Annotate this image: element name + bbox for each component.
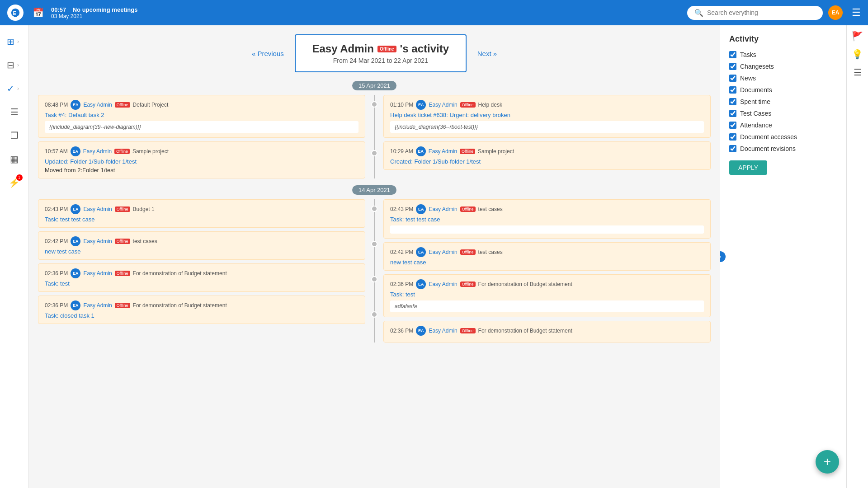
filter-item-doc-revisions[interactable]: Document revisions — [729, 145, 837, 152]
sidebar-item-list[interactable]: ☰ — [4, 101, 25, 123]
timeline-dot-1-2 — [371, 276, 377, 282]
lightbulb-icon[interactable]: 💡 — [852, 49, 863, 60]
activity-header: « Previous Easy Admin Offline 's activit… — [38, 34, 711, 72]
activity-date-range: From 24 Mar 2021 to 22 Apr 2021 — [310, 57, 451, 64]
timeline-dot-1-1 — [371, 241, 377, 247]
avatar-0-0: EA — [71, 100, 80, 110]
timeline-right-1: 02:43 PM EA Easy Admin Offline test case… — [383, 199, 711, 343]
sidebar-item-grid[interactable]: ▦ — [4, 148, 25, 170]
left-sidebar: ⊞ › ⊟ › ✓ › ☰ ❐ ▦ ⚡ 1 — [0, 25, 29, 488]
sidebar-item-gantt[interactable]: ⊟ › — [4, 54, 25, 76]
card-body-0-0: {{include_diagram(39--new-diagram)}} — [45, 121, 359, 133]
filter-checkbox-tasks[interactable] — [729, 51, 736, 58]
flag-icon[interactable]: 🚩 — [852, 31, 863, 42]
fab-button[interactable]: + — [816, 450, 839, 474]
dashboard-icon: ⊞ — [7, 36, 14, 47]
svg-text:E: E — [13, 10, 16, 16]
filter-item-documents[interactable]: Documents — [729, 86, 837, 94]
filter-checkbox-documents[interactable] — [729, 86, 736, 94]
filter-item-tasks[interactable]: Tasks — [729, 51, 837, 58]
prev-button[interactable]: « Previous — [252, 50, 284, 57]
timeline-dot-0-0 — [371, 101, 377, 108]
filter-item-changesets[interactable]: Changesets — [729, 63, 837, 70]
card-link-0-1[interactable]: Updated: Folder 1/Sub-folder 1/test — [45, 158, 359, 165]
timeline-dot-1-0 — [371, 206, 377, 212]
filter-checkbox-spent-time[interactable] — [729, 98, 736, 105]
card-link-1-0[interactable]: Task: test test case — [45, 216, 359, 223]
timeline-left-1: 02:43 PM EA Easy Admin Offline Budget 1 … — [38, 199, 365, 343]
filter-item-spent-time[interactable]: Spent time — [729, 98, 837, 105]
filter-item-test-cases[interactable]: Test Cases — [729, 110, 837, 117]
sidebar-expand-dashboard[interactable]: › — [14, 31, 22, 52]
avatar-1-1: EA — [71, 236, 80, 246]
topbar: E 📅 00:57 No upcoming meetings 03 May 20… — [0, 0, 868, 25]
user-avatar[interactable]: EA — [828, 5, 843, 20]
sidebar-item-flash[interactable]: ⚡ 1 — [4, 172, 25, 193]
filter-expand-toggle[interactable]: › — [720, 251, 726, 262]
sidebar-expand-gantt[interactable]: › — [14, 54, 22, 76]
right-panel: 🚩 💡 ☰ — [846, 25, 868, 488]
sidebar-expand-tasks[interactable]: › — [14, 78, 22, 99]
activity-card-left-1-3: 02:36 PM EA Easy Admin Offline For demon… — [38, 296, 365, 324]
date-separator-0: 15 Apr 2021 — [38, 81, 711, 89]
card-link-1-1[interactable]: new test case — [45, 248, 359, 255]
tasks-icon: ✓ — [7, 83, 14, 94]
search-input[interactable] — [707, 9, 816, 16]
menu-button[interactable]: ☰ — [852, 7, 861, 19]
card-link-1-3[interactable]: Task: closed task 1 — [45, 312, 359, 319]
filter-item-attendance[interactable]: Attendance — [729, 122, 837, 129]
timeline-dot-1-3 — [371, 311, 377, 318]
sidebar-item-tasks[interactable]: ✓ › — [4, 78, 25, 99]
filter-checkbox-doc-accesses[interactable] — [729, 133, 736, 141]
card-body-r-1-2: adfafasfa — [390, 300, 704, 312]
checklist-icon[interactable]: ☰ — [854, 67, 862, 78]
card-body-r-0-0: {{include_diagram(36--rboot-test)}} — [390, 121, 704, 133]
sidebar-item-dropbox[interactable]: ❐ — [4, 125, 25, 146]
filter-title: Activity — [729, 34, 837, 44]
activity-card-right-1-2: 02:36 PM EA Easy Admin Offline For demon… — [383, 274, 711, 317]
filter-checkbox-test-cases[interactable] — [729, 110, 736, 117]
avatar-r-1-3: EA — [416, 326, 426, 336]
avatar-r-0-0: EA — [416, 100, 426, 110]
sidebar-item-dashboard[interactable]: ⊞ › — [4, 31, 25, 52]
activity-area[interactable]: « Previous Easy Admin Offline 's activit… — [29, 25, 720, 488]
avatar-1-0: EA — [71, 204, 80, 214]
gantt-icon: ⊟ — [7, 60, 14, 70]
timeline-1: 02:43 PM EA Easy Admin Offline Budget 1 … — [38, 199, 711, 343]
activity-title: Easy Admin Offline 's activity — [310, 42, 451, 55]
main-content: « Previous Easy Admin Offline 's activit… — [29, 25, 846, 488]
current-date: 03 May 2021 — [51, 13, 137, 19]
offline-badge: Offline — [377, 46, 396, 52]
avatar-r-0-1: EA — [416, 146, 426, 156]
list-icon: ☰ — [10, 107, 19, 117]
filter-item-news[interactable]: News — [729, 75, 837, 82]
activity-title-block: Easy Admin Offline 's activity From 24 M… — [295, 34, 467, 72]
filter-item-doc-accesses[interactable]: Document accesses — [729, 133, 837, 141]
current-time: 00:57 No upcoming meetings — [51, 6, 137, 13]
timeline-dot-0-1 — [371, 150, 377, 156]
activity-card-right-1-3: 02:36 PM EA Easy Admin Offline For demon… — [383, 321, 711, 343]
card-link-r-0-1[interactable]: Created: Folder 1/Sub-folder 1/test — [390, 158, 704, 165]
calendar-icon: 📅 — [33, 7, 44, 18]
app-logo[interactable]: E — [7, 5, 24, 21]
apply-button[interactable]: APPLY — [729, 160, 767, 175]
card-link-1-2[interactable]: Task: test — [45, 280, 359, 287]
timeline-right-0: 01:10 PM EA Easy Admin Offline Help desk… — [383, 95, 711, 178]
dropbox-icon: ❐ — [10, 130, 19, 141]
activity-card-right-1-0: 02:43 PM EA Easy Admin Offline test case… — [383, 199, 711, 239]
card-text-0-1: Moved from 2:Folder 1/test — [45, 167, 359, 174]
card-link-0-0[interactable]: Task #4: Default task 2 — [45, 112, 359, 118]
card-link-r-1-1[interactable]: new test case — [390, 259, 704, 266]
filter-checkbox-doc-revisions[interactable] — [729, 145, 736, 152]
filter-checkbox-attendance[interactable] — [729, 122, 736, 129]
timeline-0: 08:48 PM EA Easy Admin Offline Default P… — [38, 95, 711, 178]
card-link-r-0-0[interactable]: Help desk ticket #638: Urgent: delivery … — [390, 112, 704, 118]
card-link-r-1-2[interactable]: Task: test — [390, 291, 704, 298]
avatar-r-1-1: EA — [416, 247, 426, 257]
next-button[interactable]: Next » — [477, 50, 497, 57]
search-box[interactable]: 🔍 — [687, 6, 823, 20]
filter-checkbox-news[interactable] — [729, 75, 736, 82]
card-link-r-1-0[interactable]: Task: test test case — [390, 216, 704, 223]
filter-checkbox-changesets[interactable] — [729, 63, 736, 70]
activity-card-left-1-2: 02:36 PM EA Easy Admin Offline For demon… — [38, 263, 365, 292]
